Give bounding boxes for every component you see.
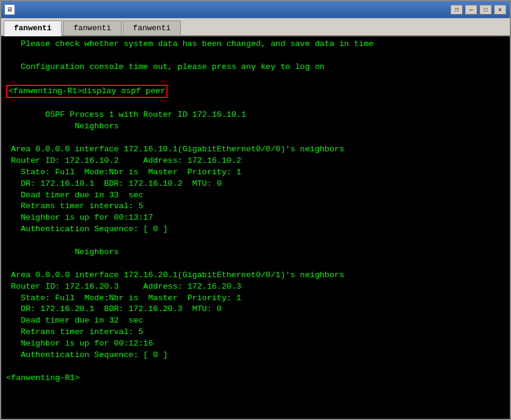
terminal-line: Router ID: 172.16.10.2 Address: 172.16.1… — [6, 156, 505, 167]
terminal-line: Neighbors — [6, 121, 505, 133]
terminal-line — [6, 98, 505, 110]
terminal-line: State: Full Mode:Nbr is Master Priority:… — [6, 293, 505, 304]
window-icon: 🖥 — [5, 5, 15, 15]
terminal-line — [6, 361, 505, 373]
terminal-line: Authentication Sequence: [ 0 ] — [6, 224, 505, 235]
terminal-line — [6, 235, 505, 247]
terminal-line — [6, 258, 505, 270]
terminal[interactable]: Please check whether system data has bee… — [1, 36, 510, 419]
title-bar: 🖥 ❐ — □ ✕ — [1, 1, 510, 18]
terminal-line — [6, 50, 505, 62]
terminal-line: Neighbor is up for 00:13:17 — [6, 212, 505, 224]
terminal-line: OSPF Process 1 with Router ID 172.16.10.… — [6, 110, 505, 121]
terminal-line: Dead timer due in 32 sec — [6, 315, 505, 327]
tab-1[interactable]: fanwenti — [4, 21, 62, 36]
terminal-line: Retrans timer interval: 5 — [6, 327, 505, 338]
terminal-line — [6, 133, 505, 144]
main-window: 🖥 ❐ — □ ✕ fanwenti fanwenti fanwenti Ple… — [0, 0, 511, 420]
terminal-line: Authentication Sequence: [ 0 ] — [6, 350, 505, 361]
maximize-button[interactable]: □ — [480, 5, 492, 15]
tab-3[interactable]: fanwenti — [123, 21, 181, 35]
terminal-line: Router ID: 172.16.20.3 Address: 172.16.2… — [6, 281, 505, 293]
terminal-line: Dead timer due in 33 sec — [6, 190, 505, 202]
command-line: <fanwenting-R1>display ospf peer — [6, 85, 168, 99]
terminal-line: Area 0.0.0.0 interface 172.16.10.1(Gigab… — [6, 144, 505, 156]
minimize-button[interactable]: — — [465, 5, 477, 15]
prompt-line: <fanwenting-R1> — [6, 373, 505, 384]
restore-button[interactable]: ❐ — [451, 5, 463, 15]
title-controls: ❐ — □ ✕ — [451, 5, 506, 15]
terminal-line: Neighbors — [6, 247, 505, 258]
terminal-line: DR: 172.16.10.1 BDR: 172.16.10.2 MTU: 0 — [6, 179, 505, 190]
terminal-line — [6, 73, 505, 85]
terminal-line: Configuration console time out, please p… — [6, 62, 505, 73]
terminal-line: Neighbor is up for 00:12:16 — [6, 338, 505, 350]
terminal-line: Please check whether system data has bee… — [6, 39, 505, 50]
terminal-wrapper: Please check whether system data has bee… — [1, 36, 510, 419]
terminal-line: Retrans timer interval: 5 — [6, 201, 505, 212]
title-bar-left: 🖥 — [5, 5, 18, 15]
tab-bar: fanwenti fanwenti fanwenti — [1, 18, 510, 36]
terminal-line: State: Full Mode:Nbr is Master Priority:… — [6, 167, 505, 179]
tab-2[interactable]: fanwenti — [63, 21, 121, 35]
terminal-line: Area 0.0.0.0 interface 172.16.20.1(Gigab… — [6, 270, 505, 281]
terminal-line: DR: 172.16.20.1 BDR: 172.16.20.3 MTU: 0 — [6, 304, 505, 315]
close-button[interactable]: ✕ — [494, 5, 506, 15]
